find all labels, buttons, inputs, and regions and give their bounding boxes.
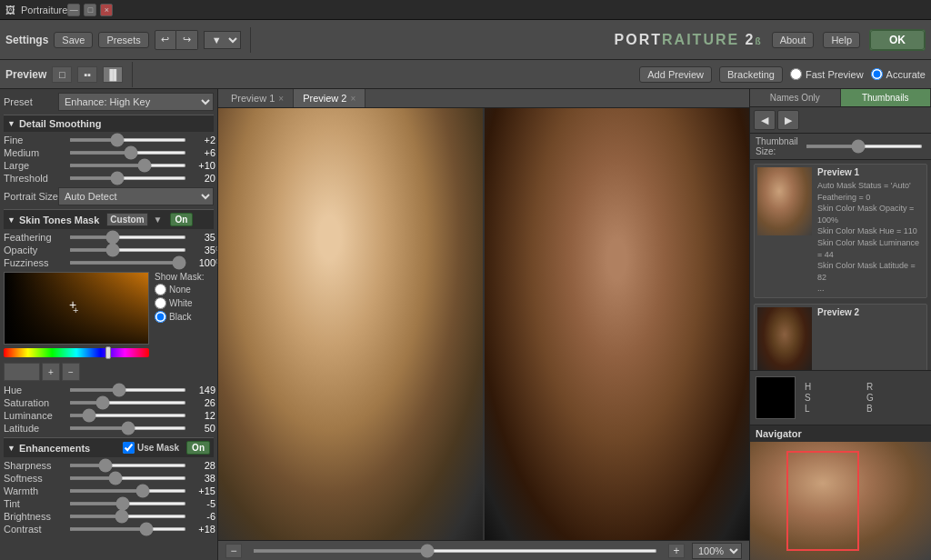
hue-slider-row: Hue 149	[4, 385, 214, 395]
large-slider[interactable]	[69, 164, 186, 167]
zoom-slider[interactable]	[253, 549, 657, 553]
warmth-slider[interactable]	[69, 489, 186, 493]
left-panel: Preset Enhance: High Key Enhance: Soft E…	[0, 89, 218, 560]
softness-value: 38	[190, 473, 215, 484]
thumbnail-info-1: Preview 1 Auto Mask Status = 'Auto' Feat…	[817, 167, 924, 295]
next-thumbnail-button[interactable]: ▶	[777, 110, 799, 130]
opacity-value: 35	[190, 245, 215, 255]
thumbnail-size-slider[interactable]	[806, 145, 923, 148]
color-gradient[interactable]: +	[4, 272, 149, 345]
bracketing-button[interactable]: Bracketing	[719, 66, 783, 83]
zoom-out-button[interactable]: −	[225, 544, 242, 558]
fuzziness-slider[interactable]	[69, 261, 186, 265]
medium-slider[interactable]	[69, 151, 186, 155]
eyedropper-remove-button[interactable]: −	[62, 363, 80, 381]
thumbnail-image-2	[757, 307, 812, 370]
brightness-slider-row: Brightness -6	[4, 511, 214, 522]
tint-value: -5	[190, 498, 215, 509]
fine-label: Fine	[4, 135, 65, 145]
help-button[interactable]: Help	[823, 32, 860, 48]
enhancements-on-button[interactable]: On	[186, 441, 210, 455]
softness-slider[interactable]	[69, 476, 186, 480]
luminance-slider-row: Luminance 12	[4, 410, 214, 421]
presets-button[interactable]: Presets	[98, 32, 148, 48]
luminance-slider[interactable]	[69, 414, 186, 417]
latitude-slider-row: Latitude 50	[4, 423, 214, 434]
undo-button[interactable]: ↩	[155, 30, 176, 50]
close-button[interactable]: ×	[100, 4, 113, 16]
thumbnail-name-1: Preview 1	[817, 167, 924, 177]
zoom-select[interactable]: 25% 50% 75% 100% 150% 200%	[692, 543, 742, 559]
presets-dropdown-arrow[interactable]: ▼	[204, 31, 241, 49]
color-info: H R S G L B	[750, 370, 931, 425]
fast-preview-radio[interactable]	[790, 68, 802, 80]
eyedropper-add-button[interactable]: +	[42, 363, 60, 381]
brightness-slider[interactable]	[69, 515, 186, 518]
split-view-button[interactable]: ▪▪	[77, 66, 97, 83]
add-preview-button[interactable]: Add Preview	[639, 66, 712, 83]
hue-slider[interactable]	[69, 388, 186, 392]
mask-none-radio[interactable]	[155, 284, 166, 295]
single-view-button[interactable]: □	[52, 66, 72, 83]
tab-preview1[interactable]: Preview 1 ×	[222, 89, 294, 107]
navigator-viewport-box	[786, 451, 859, 551]
opacity-slider-row: Opacity 35 %	[4, 245, 214, 255]
mask-black-option[interactable]: Black	[155, 311, 204, 323]
color-channels: H R S G L B	[801, 371, 931, 425]
minimize-button[interactable]: —	[67, 4, 80, 16]
redo-button[interactable]: ↪	[176, 30, 198, 50]
mask-none-option[interactable]: None	[155, 284, 204, 295]
fine-slider-row: Fine +2	[4, 135, 214, 145]
tint-label: Tint	[4, 498, 65, 509]
latitude-slider[interactable]	[69, 426, 186, 430]
mask-black-radio[interactable]	[155, 311, 166, 323]
mask-white-label: White	[169, 298, 193, 308]
mask-white-option[interactable]: White	[155, 297, 204, 309]
zoom-in-button[interactable]: +	[668, 544, 685, 558]
brand-area: PORTRAITURE 2ß About Help OK	[615, 29, 926, 51]
navigator: Navigator	[750, 425, 931, 560]
portrait-size-select[interactable]: Auto Detect	[58, 187, 214, 205]
tint-slider[interactable]	[69, 502, 186, 505]
mask-black-label: Black	[169, 312, 191, 322]
prev-thumbnail-button[interactable]: ◀	[754, 110, 776, 130]
maximize-button[interactable]: □	[84, 4, 96, 16]
threshold-slider[interactable]	[69, 176, 186, 180]
navigator-image	[750, 442, 931, 560]
ok-button[interactable]: OK	[870, 30, 925, 50]
names-only-tab[interactable]: Names Only	[750, 89, 841, 106]
accurate-radio[interactable]	[871, 68, 883, 80]
undo-redo-group: ↩ ↪	[155, 30, 198, 50]
tab-preview2-close[interactable]: ×	[350, 94, 355, 104]
preset-select[interactable]: Enhance: High Key Enhance: Soft Enhance:…	[58, 93, 214, 111]
about-button[interactable]: About	[772, 32, 815, 48]
tab-preview1-close[interactable]: ×	[278, 94, 284, 104]
thumbnail-item-1[interactable]: Preview 1 Auto Mask Status = 'Auto' Feat…	[754, 164, 927, 298]
tab-preview2[interactable]: Preview 2 ×	[294, 89, 365, 107]
enhancement-sliders: Sharpness 28 Softness 38 Warmth +15 Tint	[4, 460, 214, 535]
softness-label: Softness	[4, 473, 65, 484]
opacity-slider[interactable]	[69, 248, 186, 252]
contrast-slider[interactable]	[69, 527, 186, 531]
saturation-slider-row: Saturation 26	[4, 397, 214, 408]
detail-smoothing-header[interactable]: ▼ Detail Smoothing	[4, 115, 214, 132]
mask-white-radio[interactable]	[155, 297, 166, 309]
luminance-value: 12	[190, 410, 215, 421]
saturation-slider[interactable]	[69, 401, 186, 405]
use-mask-checkbox[interactable]	[123, 442, 135, 454]
enhancements-header[interactable]: ▼ Enhancements Use Mask On	[4, 437, 214, 457]
sharpness-slider[interactable]	[69, 464, 186, 467]
saturation-label: Saturation	[4, 397, 65, 408]
thumbnail-item-2[interactable]: Preview 2	[754, 304, 927, 370]
skin-mask-on-button[interactable]: On	[170, 213, 194, 226]
hue-bar[interactable]	[4, 348, 149, 357]
thumbnails-tab[interactable]: Thumbnails	[841, 89, 932, 106]
thumbnail-nav-row: ◀ ▶	[750, 107, 931, 134]
right-panel: Names Only Thumbnails ◀ ▶ Thumbnail Size…	[749, 89, 931, 560]
save-button[interactable]: Save	[54, 32, 93, 48]
fine-slider[interactable]	[69, 138, 186, 142]
feathering-slider[interactable]	[69, 235, 186, 239]
compare-view-button[interactable]: ▐▌	[103, 66, 123, 83]
mask-type-selector[interactable]: Custom	[106, 213, 147, 226]
skin-tones-mask-header[interactable]: ▼ Skin Tones Mask Custom ▼ On	[4, 209, 214, 229]
